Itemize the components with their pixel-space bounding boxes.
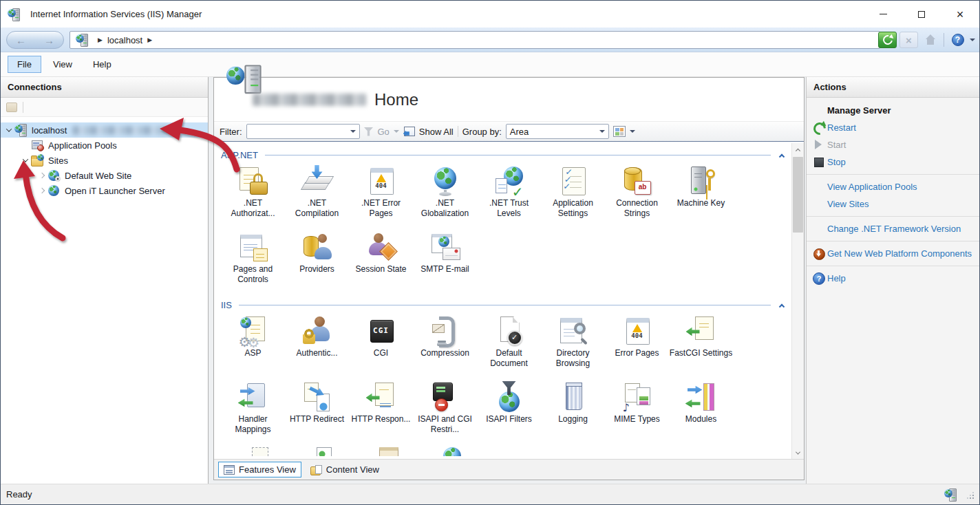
feature-smtp-e-mail[interactable]: SMTP E-mail bbox=[413, 230, 477, 296]
authentication-icon bbox=[301, 315, 333, 347]
action-view-sites[interactable]: View Sites bbox=[807, 195, 979, 213]
action-change-net-framework-version[interactable]: Change .NET Framework Version bbox=[807, 220, 979, 237]
tree-item-application-pools[interactable]: Application Pools bbox=[1, 138, 208, 153]
feature-providers[interactable]: Providers bbox=[285, 230, 349, 296]
feature-error-pages[interactable]: Error Pages bbox=[605, 314, 669, 380]
feature-isapi-and-cgi-restri[interactable]: ISAPI and CGI Restri... bbox=[413, 380, 477, 446]
menu-file[interactable]: File bbox=[8, 56, 41, 73]
collapse-section-icon[interactable] bbox=[778, 153, 786, 157]
feature-directory-browsing[interactable]: Directory Browsing bbox=[541, 314, 605, 380]
feature-authentic[interactable]: Authentic... bbox=[285, 314, 349, 380]
go-dropdown-icon[interactable] bbox=[394, 130, 399, 133]
status-bar: Ready bbox=[1, 484, 979, 504]
feature-http-respon[interactable]: HTTP Respon... bbox=[349, 380, 413, 446]
feature-label: Session State bbox=[355, 264, 406, 275]
separator bbox=[458, 126, 458, 137]
feature-fastcgi-settings[interactable]: FastCGI Settings bbox=[669, 314, 733, 380]
tree-item-open-it-launcher-server[interactable]: Open iT Launcher Server bbox=[1, 183, 208, 198]
pages-and-controls-icon bbox=[237, 231, 269, 263]
breadcrumb-item[interactable]: localhost bbox=[107, 35, 142, 45]
address-bar[interactable]: ▶ localhost ▶ bbox=[70, 31, 880, 49]
stop-button[interactable]: × bbox=[899, 32, 918, 48]
view-style-icon[interactable] bbox=[613, 126, 626, 137]
action-start[interactable]: Start bbox=[807, 136, 979, 153]
feature-http-redirect[interactable]: HTTP Redirect bbox=[285, 380, 349, 446]
tab-features-view[interactable]: Features View bbox=[218, 462, 301, 477]
feature-modules[interactable]: Modules bbox=[669, 380, 733, 446]
home-button[interactable] bbox=[921, 32, 939, 48]
filter-input[interactable] bbox=[246, 124, 360, 139]
expander-collapsed-icon[interactable] bbox=[36, 189, 47, 193]
scroll-up-icon[interactable] bbox=[792, 143, 804, 155]
action-restart[interactable]: Restart bbox=[807, 119, 979, 136]
action-view-application-pools[interactable]: View Application Pools bbox=[807, 178, 979, 195]
scrollbar-thumb[interactable] bbox=[793, 157, 803, 233]
refresh-button[interactable] bbox=[878, 32, 897, 48]
breadcrumb-arrow-icon: ▶ bbox=[147, 36, 152, 43]
dashed-document-icon bbox=[250, 446, 270, 456]
collapse-section-icon[interactable] bbox=[778, 303, 786, 307]
smtp-email-icon bbox=[429, 231, 461, 263]
partial-feature bbox=[420, 446, 484, 456]
action-get-new-web-platform-components[interactable]: Get New Web Platform Components bbox=[807, 245, 979, 262]
resize-grip[interactable] bbox=[966, 491, 974, 499]
feature-label: CGI bbox=[374, 348, 388, 358]
expander-expanded-icon[interactable] bbox=[20, 158, 31, 162]
feature-net-error-pages[interactable]: .NET Error Pages bbox=[349, 164, 413, 230]
feature-net-authorizat[interactable]: .NET Authorizat... bbox=[221, 164, 285, 230]
group-by-select[interactable]: Area bbox=[506, 124, 609, 139]
feature-machine-key[interactable]: Machine Key bbox=[669, 164, 733, 230]
expander-expanded-icon[interactable] bbox=[3, 128, 14, 132]
menu-help[interactable]: Help bbox=[84, 56, 120, 72]
page-header: Home bbox=[214, 78, 804, 121]
expander-collapsed-icon[interactable] bbox=[36, 173, 47, 178]
tree-item-default-web-site[interactable]: Default Web Site bbox=[1, 168, 208, 183]
scroll-down-icon[interactable] bbox=[792, 447, 804, 459]
features-area: ASP.NET.NET Authorizat....NET Compilatio… bbox=[214, 143, 791, 459]
action-icon-spacer bbox=[812, 223, 827, 235]
close-button[interactable]: × bbox=[941, 1, 979, 28]
help-dropdown-icon[interactable] bbox=[970, 39, 975, 41]
feature-logging[interactable]: Logging bbox=[541, 380, 605, 446]
create-connection-icon[interactable] bbox=[6, 103, 17, 112]
back-arrow-icon[interactable]: ← bbox=[16, 35, 26, 45]
feature-application-settings[interactable]: Application Settings bbox=[541, 164, 605, 230]
feature-net-compilation[interactable]: .NET Compilation bbox=[285, 164, 349, 230]
feature-asp[interactable]: ASP bbox=[221, 314, 285, 380]
feature-net-trust-levels[interactable]: .NET Trust Levels bbox=[477, 164, 541, 230]
go-button[interactable]: Go bbox=[378, 127, 390, 137]
feature-compression[interactable]: Compression bbox=[413, 314, 477, 380]
feature-label: .NET Compilation bbox=[285, 198, 349, 219]
http-response-headers-icon bbox=[365, 381, 397, 413]
partial-feature bbox=[228, 446, 292, 456]
feature-pages-and-controls[interactable]: Pages and Controls bbox=[221, 230, 285, 296]
feature-cgi[interactable]: CGI bbox=[349, 314, 413, 380]
minimize-button[interactable] bbox=[864, 1, 902, 28]
action-help[interactable]: Help bbox=[807, 270, 979, 287]
section-header-asp-net: ASP.NET bbox=[221, 146, 791, 164]
feature-mime-types[interactable]: MIME Types bbox=[605, 380, 669, 446]
feature-connection-strings[interactable]: Connection Strings bbox=[605, 164, 669, 230]
show-all-button[interactable]: Show All bbox=[419, 127, 454, 137]
help-button[interactable]: ? bbox=[948, 32, 967, 48]
partial-next-row bbox=[221, 446, 791, 456]
feature-label: Default Document bbox=[477, 348, 541, 369]
feature-handler-mappings[interactable]: Handler Mappings bbox=[221, 380, 285, 446]
tree-item-localhost[interactable]: localhost bbox=[1, 122, 208, 138]
view-style-dropdown-icon[interactable] bbox=[630, 130, 635, 133]
tree-item-sites[interactable]: Sites bbox=[1, 153, 208, 168]
vertical-scrollbar[interactable] bbox=[791, 143, 804, 459]
feature-default-document[interactable]: Default Document bbox=[477, 314, 541, 380]
maximize-button[interactable] bbox=[902, 1, 941, 28]
tab-content-view[interactable]: Content View bbox=[306, 462, 384, 477]
menu-view[interactable]: View bbox=[44, 56, 81, 72]
feature-label: Compression bbox=[420, 348, 469, 358]
feature-isapi-filters[interactable]: ISAPI Filters bbox=[477, 380, 541, 446]
feature-session-state[interactable]: Session State bbox=[349, 230, 413, 296]
forward-arrow-icon[interactable]: → bbox=[44, 35, 54, 45]
action-stop[interactable]: Stop bbox=[807, 153, 979, 171]
feature-label: Modules bbox=[685, 414, 716, 425]
application-pools-icon bbox=[31, 139, 44, 151]
feature-net-globalization[interactable]: .NET Globalization bbox=[413, 164, 477, 230]
actions-divider bbox=[807, 241, 979, 241]
